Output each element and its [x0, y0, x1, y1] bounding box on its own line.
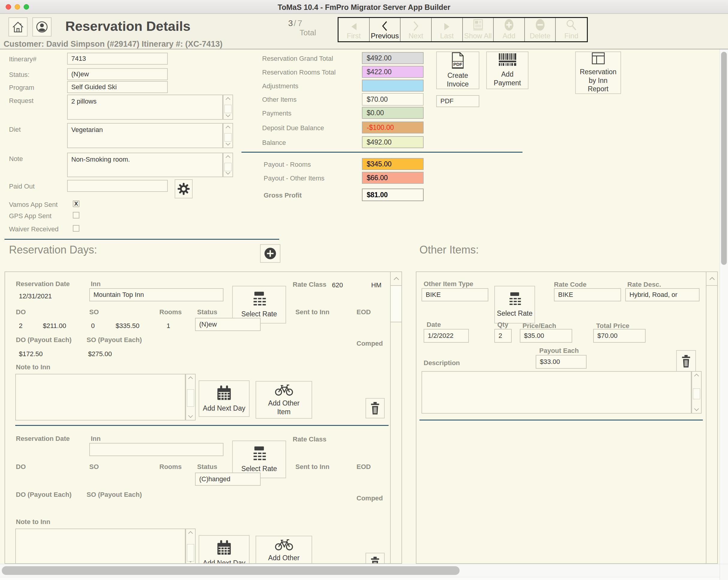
add-next-day-button[interactable]: Add Next Day: [199, 380, 250, 417]
scroll-up-icon[interactable]: [225, 126, 231, 129]
so-label: SO: [89, 463, 99, 471]
do-amount-value: $211.00: [43, 322, 66, 330]
day-status-field[interactable]: (C)hanged: [195, 473, 261, 486]
waiver-received-checkbox[interactable]: [73, 225, 79, 232]
vertical-scrollbar-thumb[interactable]: [721, 52, 727, 265]
portal-scrollbar-thumb[interactable]: [391, 286, 402, 322]
add-other-item-button[interactable]: Add Other Item: [256, 381, 312, 419]
inn-field[interactable]: [89, 443, 224, 456]
toolbar-first-button[interactable]: First: [339, 18, 370, 41]
select-rate-button[interactable]: Select Rate: [494, 286, 535, 324]
window-vertical-scrollbar[interactable]: [720, 49, 728, 564]
rate-code-field[interactable]: BIKE: [554, 288, 621, 301]
item-date-field[interactable]: 1/2/2022: [424, 329, 469, 343]
scroll-up-button[interactable]: [391, 272, 402, 286]
rate-desc-field[interactable]: Hybrid, Road, or: [625, 288, 700, 301]
rate-class-code-value[interactable]: HM: [371, 281, 381, 289]
qty-field[interactable]: 2: [494, 329, 512, 343]
status-field[interactable]: (N)ew: [67, 68, 168, 80]
toolbar-previous-button[interactable]: Previous: [370, 18, 401, 41]
other-items-portal-scrollbar[interactable]: [706, 272, 718, 564]
scroll-down-icon[interactable]: [188, 415, 193, 418]
do-payout-value: $172.50: [19, 350, 43, 358]
scroll-up-icon[interactable]: [188, 531, 193, 534]
price-each-field[interactable]: $35.00: [520, 329, 572, 343]
scrollbar-thumb[interactable]: [187, 544, 194, 561]
pdf-option-field[interactable]: PDF: [436, 95, 479, 107]
add-next-day-button[interactable]: Add Next Day: [199, 535, 250, 564]
toolbar-next-button[interactable]: Next: [400, 18, 432, 41]
delete-day-button[interactable]: [365, 553, 385, 564]
rate-list-icon: [250, 291, 268, 307]
scroll-down-icon[interactable]: [225, 142, 231, 146]
note-scrollbar[interactable]: [223, 153, 233, 177]
note-to-inn-field[interactable]: [15, 528, 185, 564]
scroll-up-button[interactable]: [706, 272, 718, 286]
last-record-icon: [443, 22, 450, 31]
description-field[interactable]: [421, 371, 692, 414]
payout-each-field[interactable]: $33.00: [536, 355, 587, 369]
reservation-date-value[interactable]: 12/31/2021: [19, 293, 52, 300]
total-price-field[interactable]: $70.00: [593, 329, 646, 343]
scroll-down-icon[interactable]: [694, 408, 699, 411]
create-invoice-button[interactable]: PDF Create Invoice: [436, 52, 479, 89]
toolbar-find-button[interactable]: Find: [556, 18, 587, 41]
reservation-days-portal-scrollbar[interactable]: [390, 272, 402, 564]
toolbar-last-button[interactable]: Last: [432, 18, 463, 41]
add-other-item-button[interactable]: Add Other Item: [256, 536, 312, 564]
scrollbar-thumb[interactable]: [187, 389, 194, 407]
scrollbar-thumb[interactable]: [693, 388, 700, 399]
inn-field[interactable]: Mountain Top Inn: [89, 288, 224, 301]
note-to-inn-label: Note to Inn: [16, 518, 50, 526]
request-scrollbar[interactable]: [223, 94, 233, 120]
rooms-label: Rooms: [159, 308, 182, 316]
rate-class-label: Rate Class: [293, 281, 327, 288]
scroll-up-icon[interactable]: [694, 374, 699, 377]
home-button[interactable]: [8, 17, 28, 36]
scroll-up-icon[interactable]: [225, 97, 231, 100]
add-reservation-day-button[interactable]: [260, 244, 280, 263]
paid-out-label: Paid Out: [9, 183, 35, 190]
scroll-up-icon[interactable]: [188, 376, 193, 380]
request-field[interactable]: 2 pillows: [67, 94, 223, 120]
scroll-down-icon[interactable]: [225, 171, 231, 175]
trash-icon: [370, 556, 381, 564]
scrollbar-thumb[interactable]: [225, 163, 232, 171]
scroll-down-icon[interactable]: [225, 114, 231, 117]
day-status-field[interactable]: (N)ew: [195, 318, 261, 331]
delete-day-button[interactable]: [365, 398, 385, 418]
note-to-inn-scrollbar[interactable]: [185, 374, 196, 420]
paid-out-field[interactable]: [67, 180, 168, 192]
record-counter-separator: /: [294, 19, 296, 28]
scroll-up-icon[interactable]: [225, 155, 231, 158]
note-to-inn-label: Note to Inn: [16, 363, 50, 371]
diet-scrollbar[interactable]: [223, 123, 233, 148]
eod-label: EOD: [357, 308, 371, 316]
header: Reservation Details 3/7 Total First Prev…: [0, 14, 728, 49]
reservation-by-inn-report-button[interactable]: Reservation by Inn Report: [575, 52, 621, 94]
add-payment-button[interactable]: Add Payment: [486, 52, 528, 89]
description-scrollbar[interactable]: [692, 371, 702, 414]
scrollbar-thumb[interactable]: [225, 133, 232, 142]
note-to-inn-field[interactable]: [15, 374, 185, 420]
toolbar-delete-button[interactable]: Delete: [525, 18, 556, 41]
delete-other-item-button[interactable]: [676, 350, 696, 372]
toolbar-add-button[interactable]: Add: [494, 18, 525, 41]
gps-app-sent-checkbox[interactable]: [73, 212, 79, 219]
horizontal-scrollbar-thumb[interactable]: [2, 566, 460, 575]
vamos-app-sent-checkbox[interactable]: X: [73, 200, 79, 207]
rate-class-value[interactable]: 620: [332, 281, 343, 289]
note-field[interactable]: Non-Smoking room.: [67, 153, 223, 177]
scrollbar-thumb[interactable]: [225, 105, 232, 113]
program-field[interactable]: Self Guided Ski: [67, 81, 168, 93]
paid-out-settings-button[interactable]: [175, 179, 192, 198]
customer-button[interactable]: [32, 17, 52, 36]
toolbar-show-all-button[interactable]: Show All: [463, 18, 494, 41]
other-item-type-field[interactable]: BIKE: [421, 288, 488, 301]
record-counter-total: 7: [297, 19, 302, 28]
diet-field[interactable]: Vegetarian: [67, 123, 223, 148]
itinerary-field[interactable]: 7413: [67, 53, 168, 65]
note-to-inn-scrollbar[interactable]: [185, 528, 196, 564]
rate-desc-label: Rate Desc.: [627, 281, 661, 288]
window-horizontal-scrollbar[interactable]: [0, 564, 728, 577]
